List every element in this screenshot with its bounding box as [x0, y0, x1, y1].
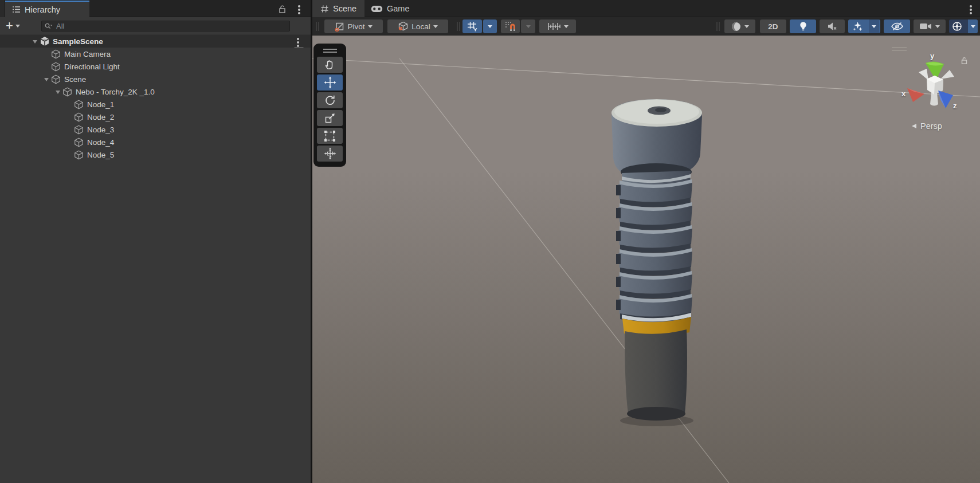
tab-scene[interactable]: Scene — [312, 0, 364, 17]
expander-icon[interactable] — [54, 88, 62, 96]
orientation-gizmo[interactable]: y x z — [901, 47, 971, 147]
chevron-down-icon — [971, 25, 975, 30]
hand-tool-icon — [324, 59, 336, 70]
tree-row-directional-light[interactable]: Directional Light — [0, 60, 311, 73]
local-cube-icon — [398, 21, 409, 32]
cube-icon — [73, 150, 84, 160]
tree-item-label: Directional Light — [64, 62, 120, 71]
expander-icon[interactable] — [31, 37, 39, 46]
tree-row-node-1[interactable]: Node_1 — [0, 98, 311, 111]
tree-row-scene[interactable]: Scene — [0, 73, 311, 85]
add-object-button[interactable]: + — [6, 19, 20, 33]
tree-item-label: Node_5 — [87, 151, 114, 159]
orientation-label: Local — [411, 22, 430, 31]
handle-orientation-dropdown[interactable]: Local — [387, 19, 448, 33]
snap-to-grid-button[interactable] — [501, 19, 520, 33]
camera-icon — [919, 22, 932, 30]
search-icon — [44, 22, 53, 30]
pivot-icon — [335, 22, 344, 32]
expander-icon[interactable] — [42, 75, 50, 84]
unlock-icon[interactable] — [277, 4, 287, 14]
tree-row-node-3[interactable]: Node_3 — [0, 123, 311, 136]
tree-item-label: Node_3 — [87, 125, 114, 134]
projection-label: Persp — [920, 121, 942, 131]
tree-item-label: Main Camera — [64, 50, 111, 58]
toolbar-separator — [316, 22, 317, 31]
tree-row-nebo-torchy-2k-1-0[interactable]: Nebo - Torchy_2K _1.0 — [0, 85, 311, 98]
tree-row-node-5[interactable]: Node_5 — [0, 148, 311, 161]
scene-grid-icon — [320, 5, 329, 13]
game-tab-label: Game — [387, 4, 410, 13]
drag-handle-icon[interactable] — [323, 49, 337, 50]
grid-axis-icon — [467, 21, 478, 32]
persp-arrow-icon — [911, 123, 918, 129]
hierarchy-menu-icon[interactable] — [298, 9, 300, 11]
transform-tool-icon — [324, 147, 336, 160]
list-icon — [12, 6, 21, 13]
scene-panel: Scene Game Pivot Local — [312, 0, 980, 483]
hierarchy-search[interactable] — [41, 21, 290, 32]
2d-toggle-button[interactable]: 2D — [760, 19, 786, 33]
tree-row-samplescene[interactable]: SampleScene — [0, 35, 311, 48]
cube-icon — [73, 125, 84, 135]
move-tool-button[interactable] — [317, 74, 343, 91]
hierarchy-panel: Hierarchy + SampleSceneMain CameraDirect… — [0, 0, 311, 483]
tree-row-node-4[interactable]: Node_4 — [0, 136, 311, 148]
tree-row-node-2[interactable]: Node_2 — [0, 111, 311, 123]
toolbar-separator — [457, 22, 458, 31]
tab-game[interactable]: Game — [363, 0, 418, 17]
search-input[interactable] — [55, 21, 287, 31]
axis-gizmo-graphic[interactable] — [901, 47, 971, 117]
audio-mute-button[interactable] — [820, 19, 845, 33]
rect-tool-button[interactable] — [317, 128, 343, 144]
camera-settings-dropdown[interactable] — [914, 19, 946, 33]
tree-row-main-camera[interactable]: Main Camera — [0, 48, 311, 60]
scene-viewport[interactable]: y x z — [312, 36, 980, 483]
chevron-down-icon — [488, 25, 492, 30]
transform-tool-button[interactable] — [317, 146, 343, 162]
pivot-dropdown[interactable]: Pivot — [324, 19, 383, 33]
grid-visibility-dropdown[interactable] — [483, 19, 497, 33]
lightbulb-icon — [799, 21, 807, 32]
scene-tab-label: Scene — [333, 4, 356, 13]
scene-context-menu-icon[interactable] — [297, 41, 299, 44]
scene-menu-icon[interactable] — [970, 9, 972, 11]
unity-scene-icon — [39, 36, 50, 46]
gizmos-icon-area[interactable] — [949, 19, 965, 33]
magnet-icon — [505, 21, 516, 32]
rotate-tool-button[interactable] — [317, 92, 343, 108]
chevron-down-icon — [564, 25, 569, 30]
effects-icon — [852, 21, 863, 32]
projection-toggle[interactable]: Persp — [911, 121, 942, 131]
move-tool-icon — [324, 76, 336, 89]
tab-hierarchy[interactable]: Hierarchy — [5, 1, 89, 17]
window-edge — [0, 0, 5, 17]
effects-caret-area[interactable] — [869, 19, 879, 33]
tools-overlay[interactable] — [313, 44, 346, 167]
torch-model[interactable] — [312, 36, 980, 483]
scale-tool-button[interactable] — [317, 110, 343, 126]
hand-tool-button[interactable] — [317, 57, 343, 73]
gizmos-dropdown[interactable] — [949, 19, 978, 33]
cube-icon — [50, 49, 61, 59]
scene-visibility-button[interactable] — [884, 19, 910, 33]
rotate-tool-icon — [324, 95, 336, 107]
scene-lighting-button[interactable] — [790, 19, 816, 33]
tree-item-label: Nebo - Torchy_2K _1.0 — [76, 88, 155, 96]
scale-tool-icon — [324, 112, 336, 124]
gamepad-icon — [371, 5, 383, 13]
grid-visibility-button[interactable] — [462, 19, 482, 33]
chevron-down-icon — [872, 25, 876, 30]
shaded-sphere-icon — [731, 21, 742, 32]
draw-mode-dropdown[interactable] — [724, 19, 755, 33]
unity-editor-window: Hierarchy + SampleSceneMain CameraDirect… — [0, 0, 980, 483]
chevron-down-icon — [368, 25, 373, 30]
snap-to-grid-dropdown[interactable] — [521, 19, 535, 33]
eye-slash-icon — [891, 22, 904, 31]
scene-tabbar: Scene Game — [312, 0, 980, 17]
effects-icon-area[interactable] — [849, 19, 866, 33]
effects-dropdown[interactable] — [848, 19, 880, 33]
2d-label: 2D — [768, 22, 778, 31]
gizmos-caret-area[interactable] — [968, 19, 978, 33]
increment-snap-dropdown[interactable] — [539, 19, 576, 33]
